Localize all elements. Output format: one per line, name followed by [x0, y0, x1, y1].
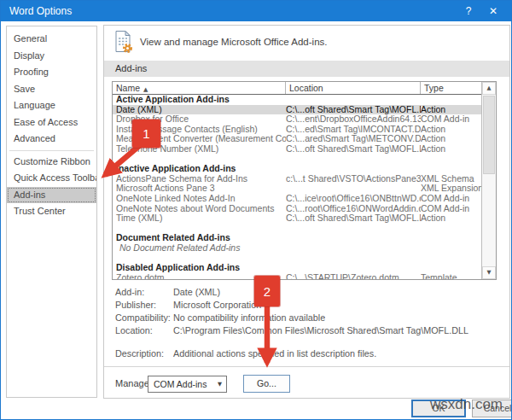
addin-blank-row: [113, 224, 482, 234]
sidebar-item-general[interactable]: General: [7, 31, 96, 48]
column-name-label: Name: [116, 83, 140, 93]
chevron-down-icon: ▼: [218, 376, 222, 392]
column-header-location[interactable]: Location: [286, 82, 421, 94]
addin-row[interactable]: Measurement Converter (Measurement Conve…: [113, 134, 482, 144]
sidebar-separator: [9, 150, 94, 151]
addin-row[interactable]: Time (XML)C:\...oft Shared\Smart Tag\MOF…: [113, 213, 482, 224]
scrollbar-thumb[interactable]: [483, 96, 495, 174]
addin-type-cell: Action: [421, 144, 482, 155]
addin-row[interactable]: Dropbox for OfficeC:\...ent\DropboxOffic…: [113, 114, 482, 125]
addin-type-cell: Action: [421, 105, 482, 115]
page-description: View and manage Microsoft Office Add-ins…: [140, 37, 327, 47]
addin-row[interactable]: Instant Message Contacts (English)C:\...…: [113, 125, 482, 135]
addin-row[interactable]: Microsoft Actions Pane 3XML Expansion Pa…: [113, 184, 482, 194]
window-title: Word Options: [9, 1, 72, 21]
addin-row[interactable]: Zotero.dotmC:\...\STARTUP\Zotero.dotmTem…: [113, 273, 482, 279]
addins-table: Name▲ Location Type Active Application A…: [112, 81, 497, 280]
addins-panel: View and manage Microsoft Office Add-ins…: [103, 25, 510, 399]
addin-row: No Document Related Add-ins: [113, 243, 482, 254]
manage-dropdown-value: COM Add-ins: [154, 379, 207, 389]
detail-value: Date (XML): [173, 287, 220, 300]
sidebar-item-quick-access-toolbar[interactable]: Quick Access Toolbar: [7, 170, 96, 187]
addin-section-row: Disabled Application Add-ins: [113, 263, 482, 273]
detail-label: Add-in:: [115, 287, 173, 300]
annotation-step-2: 2: [254, 276, 280, 306]
addins-page-gear-icon: [113, 30, 134, 57]
addin-name-cell: Time (XML): [113, 213, 286, 224]
detail-row: Add-in:Date (XML): [115, 287, 503, 300]
addin-details: Add-in:Date (XML)Publisher:Microsoft Cor…: [115, 287, 503, 361]
addin-location-cell: C:\...ice\root\Office16\ONBttnWD.dll: [286, 194, 421, 204]
manage-dropdown[interactable]: COM Add-ins ▼: [148, 376, 227, 393]
section-title: Inactive Application Add-ins: [113, 164, 482, 174]
addin-type-cell: COM Add-in: [421, 114, 482, 125]
addin-name-cell: Date (XML): [113, 105, 286, 115]
addin-location-cell: C:\...oft Shared\Smart Tag\MOFL.DLL: [286, 144, 421, 155]
detail-value: No compatibility information available: [173, 312, 325, 325]
addin-type-cell: Action: [421, 125, 482, 135]
detail-value: Additional actions specified in list des…: [173, 348, 376, 361]
addin-name-cell: OneNote Notes about Word Documents: [113, 204, 286, 214]
sidebar-item-proofing[interactable]: Proofing: [7, 64, 96, 81]
watermark: wsxdn.com: [430, 396, 503, 413]
addin-type-cell: XML Schema: [421, 174, 482, 184]
addin-row[interactable]: ActionsPane Schema for Add-Insc:\...t Sh…: [113, 174, 482, 184]
go-button[interactable]: Go...: [243, 375, 290, 393]
sidebar-item-ease-of-access[interactable]: Ease of Access: [7, 114, 96, 131]
addin-name-cell: ActionsPane Schema for Add-Ins: [113, 174, 286, 184]
addin-row[interactable]: OneNote Notes about Word DocumentsC:\...…: [113, 204, 482, 214]
addin-blank-row: [113, 254, 482, 264]
sidebar-item-advanced[interactable]: Advanced: [7, 131, 96, 148]
manage-area: Manage: COM Add-ins ▼ Go...: [104, 366, 509, 399]
addin-type-cell: Template: [421, 273, 482, 279]
close-icon[interactable]: ✕: [482, 1, 504, 21]
addin-blank-row: [113, 155, 482, 165]
title-bar: Word Options ? ✕: [1, 1, 511, 21]
addin-type-cell: COM Add-in: [421, 204, 482, 214]
addin-location-cell: [286, 184, 421, 194]
addin-type-cell: Action: [421, 134, 482, 144]
addin-location-cell: c:\...t Shared\VSTO\ActionsPane3.xsd: [286, 174, 421, 184]
scroll-up-icon[interactable]: ▲: [482, 82, 496, 95]
sidebar-item-trust-center[interactable]: Trust Center: [7, 203, 96, 220]
addins-table-body: Active Application Add-insDate (XML)C:\.…: [113, 95, 482, 279]
detail-label: Publisher:: [115, 300, 173, 312]
manage-label: Manage:: [115, 378, 152, 388]
detail-label: Compatibility:: [115, 312, 173, 325]
vertical-scrollbar[interactable]: ▲ ▼: [481, 82, 496, 279]
addins-table-header: Name▲ Location Type: [113, 82, 482, 95]
addin-location-cell: C:\...oft Shared\Smart Tag\MOFL.DLL: [286, 213, 421, 224]
detail-row: Description:Additional actions specified…: [115, 348, 503, 361]
addin-type-cell: Action: [421, 213, 482, 224]
detail-row: Compatibility:No compatibility informati…: [115, 312, 503, 325]
sidebar-item-add-ins[interactable]: Add-ins: [7, 187, 96, 204]
addin-location-cell: C:\...root\Office16\ONWordAddin.dll: [286, 204, 421, 214]
note-text: No Document Related Add-ins: [113, 243, 482, 254]
section-title: Disabled Application Add-ins: [113, 263, 482, 273]
addins-section-bar: Add-ins: [104, 61, 509, 77]
word-options-dialog: Word Options ? ✕ GeneralDisplayProofingS…: [0, 0, 512, 420]
sort-asc-icon: ▲: [143, 86, 148, 93]
sidebar-item-display[interactable]: Display: [7, 48, 96, 65]
addin-location-cell: C:\...oft Shared\Smart Tag\MOFL.DLL: [286, 105, 421, 115]
addin-name-cell: OneNote Linked Notes Add-In: [113, 194, 286, 204]
column-header-name[interactable]: Name▲: [113, 82, 286, 94]
sidebar-item-language[interactable]: Language: [7, 97, 96, 114]
addin-section-row: Active Application Add-ins: [113, 95, 482, 105]
section-title: Active Application Add-ins: [113, 95, 482, 105]
detail-value: C:\Program Files\Common Files\Microsoft …: [173, 325, 468, 338]
detail-value: Microsoft Corporation: [173, 300, 261, 312]
addin-row[interactable]: Date (XML)C:\...oft Shared\Smart Tag\MOF…: [113, 105, 482, 115]
addin-name-cell: Microsoft Actions Pane 3: [113, 184, 286, 194]
scroll-down-icon[interactable]: ▼: [482, 266, 496, 279]
addin-row[interactable]: OneNote Linked Notes Add-InC:\...ice\roo…: [113, 194, 482, 204]
addin-location-cell: C:\...\STARTUP\Zotero.dotm: [286, 273, 421, 279]
detail-row: Location:C:\Program Files\Common Files\M…: [115, 325, 503, 338]
help-icon[interactable]: ?: [458, 1, 479, 21]
sidebar-item-save[interactable]: Save: [7, 81, 96, 98]
section-title: Document Related Add-ins: [113, 233, 482, 243]
addin-row[interactable]: Telephone Number (XML)C:\...oft Shared\S…: [113, 144, 482, 155]
column-header-type[interactable]: Type: [421, 82, 482, 94]
sidebar-item-customize-ribbon[interactable]: Customize Ribbon: [7, 154, 96, 171]
addin-section-row: Document Related Add-ins: [113, 233, 482, 243]
